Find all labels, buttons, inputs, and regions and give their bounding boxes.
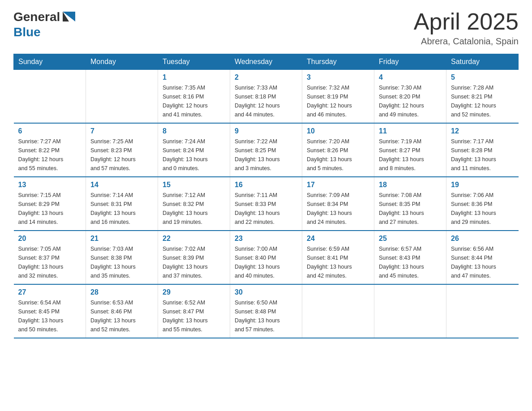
cell-w1-d4: 10Sunrise: 7:20 AM Sunset: 8:26 PM Dayli… — [302, 123, 374, 177]
cell-w4-d2: 29Sunrise: 6:52 AM Sunset: 8:47 PM Dayli… — [158, 284, 230, 338]
day-info: Sunrise: 7:30 AM Sunset: 8:20 PM Dayligh… — [379, 83, 442, 119]
cell-w4-d1: 28Sunrise: 6:53 AM Sunset: 8:46 PM Dayli… — [86, 284, 158, 338]
day-info: Sunrise: 7:20 AM Sunset: 8:26 PM Dayligh… — [307, 137, 369, 173]
week-row-4: 27Sunrise: 6:54 AM Sunset: 8:45 PM Dayli… — [14, 284, 519, 338]
day-number: 15 — [163, 181, 225, 189]
day-info: Sunrise: 7:24 AM Sunset: 8:24 PM Dayligh… — [163, 137, 225, 173]
cell-w0-d3: 2Sunrise: 7:33 AM Sunset: 8:18 PM Daylig… — [230, 70, 302, 124]
day-info: Sunrise: 7:25 AM Sunset: 8:23 PM Dayligh… — [90, 137, 153, 173]
cell-w0-d2: 1Sunrise: 7:35 AM Sunset: 8:16 PM Daylig… — [158, 70, 230, 124]
day-info: Sunrise: 7:17 AM Sunset: 8:28 PM Dayligh… — [451, 137, 514, 173]
cell-w4-d5 — [374, 284, 446, 338]
day-info: Sunrise: 7:28 AM Sunset: 8:21 PM Dayligh… — [451, 83, 514, 119]
day-info: Sunrise: 7:12 AM Sunset: 8:32 PM Dayligh… — [163, 191, 225, 227]
page-header: General Blue April 2025 Abrera, Cataloni… — [13, 9, 519, 47]
logo-text-blue: Blue — [13, 25, 41, 39]
cell-w3-d3: 23Sunrise: 7:00 AM Sunset: 8:40 PM Dayli… — [230, 231, 302, 284]
cell-w2-d0: 13Sunrise: 7:15 AM Sunset: 8:29 PM Dayli… — [14, 177, 86, 231]
day-info: Sunrise: 6:50 AM Sunset: 8:48 PM Dayligh… — [235, 298, 297, 334]
cell-w1-d5: 11Sunrise: 7:19 AM Sunset: 8:27 PM Dayli… — [374, 123, 446, 177]
cell-w0-d5: 4Sunrise: 7:30 AM Sunset: 8:20 PM Daylig… — [374, 70, 446, 124]
day-number: 4 — [379, 73, 442, 81]
header-wednesday: Wednesday — [230, 54, 302, 70]
day-number: 27 — [18, 288, 82, 296]
day-number: 9 — [235, 127, 297, 135]
day-info: Sunrise: 7:11 AM Sunset: 8:33 PM Dayligh… — [235, 191, 297, 227]
day-number: 16 — [235, 181, 297, 189]
day-number: 5 — [451, 73, 514, 81]
header-tuesday: Tuesday — [158, 54, 230, 70]
cell-w3-d4: 24Sunrise: 6:59 AM Sunset: 8:41 PM Dayli… — [302, 231, 374, 284]
day-number: 18 — [379, 181, 442, 189]
day-info: Sunrise: 7:03 AM Sunset: 8:38 PM Dayligh… — [90, 244, 153, 280]
header-row: Sunday Monday Tuesday Wednesday Thursday… — [14, 54, 519, 70]
header-monday: Monday — [86, 54, 158, 70]
day-info: Sunrise: 7:05 AM Sunset: 8:37 PM Dayligh… — [18, 244, 82, 280]
day-number: 23 — [235, 235, 297, 243]
cell-w2-d4: 17Sunrise: 7:09 AM Sunset: 8:34 PM Dayli… — [302, 177, 374, 231]
cell-w1-d0: 6Sunrise: 7:27 AM Sunset: 8:22 PM Daylig… — [14, 123, 86, 177]
day-number: 17 — [307, 181, 369, 189]
day-info: Sunrise: 6:54 AM Sunset: 8:45 PM Dayligh… — [18, 298, 82, 334]
day-number: 3 — [307, 73, 369, 81]
day-number: 14 — [90, 181, 153, 189]
cell-w4-d6 — [446, 284, 519, 338]
logo: General Blue — [13, 9, 78, 39]
cell-w4-d0: 27Sunrise: 6:54 AM Sunset: 8:45 PM Dayli… — [14, 284, 86, 338]
day-number: 10 — [307, 127, 369, 135]
day-info: Sunrise: 7:27 AM Sunset: 8:22 PM Dayligh… — [18, 137, 82, 173]
day-number: 8 — [163, 127, 225, 135]
calendar-header: Sunday Monday Tuesday Wednesday Thursday… — [14, 54, 519, 70]
day-info: Sunrise: 7:15 AM Sunset: 8:29 PM Dayligh… — [18, 191, 82, 227]
day-number: 28 — [90, 288, 153, 296]
day-number: 6 — [18, 127, 82, 135]
cell-w3-d1: 21Sunrise: 7:03 AM Sunset: 8:38 PM Dayli… — [86, 231, 158, 284]
day-number: 7 — [90, 127, 153, 135]
day-info: Sunrise: 7:19 AM Sunset: 8:27 PM Dayligh… — [379, 137, 442, 173]
week-row-1: 6Sunrise: 7:27 AM Sunset: 8:22 PM Daylig… — [14, 123, 519, 177]
cell-w3-d6: 26Sunrise: 6:56 AM Sunset: 8:44 PM Dayli… — [446, 231, 519, 284]
day-number: 25 — [379, 235, 442, 243]
day-number: 24 — [307, 235, 369, 243]
cell-w1-d2: 8Sunrise: 7:24 AM Sunset: 8:24 PM Daylig… — [158, 123, 230, 177]
cell-w0-d6: 5Sunrise: 7:28 AM Sunset: 8:21 PM Daylig… — [446, 70, 519, 124]
cell-w3-d5: 25Sunrise: 6:57 AM Sunset: 8:43 PM Dayli… — [374, 231, 446, 284]
day-number: 21 — [90, 235, 153, 243]
day-info: Sunrise: 7:02 AM Sunset: 8:39 PM Dayligh… — [163, 244, 225, 280]
day-number: 29 — [163, 288, 225, 296]
title-block: April 2025 Abrera, Catalonia, Spain — [414, 9, 519, 47]
calendar-table: Sunday Monday Tuesday Wednesday Thursday… — [13, 54, 519, 338]
cell-w1-d6: 12Sunrise: 7:17 AM Sunset: 8:28 PM Dayli… — [446, 123, 519, 177]
day-number: 11 — [379, 127, 442, 135]
day-number: 30 — [235, 288, 297, 296]
day-number: 20 — [18, 235, 82, 243]
day-info: Sunrise: 6:59 AM Sunset: 8:41 PM Dayligh… — [307, 244, 369, 280]
cell-w2-d1: 14Sunrise: 7:14 AM Sunset: 8:31 PM Dayli… — [86, 177, 158, 231]
cell-w1-d3: 9Sunrise: 7:22 AM Sunset: 8:25 PM Daylig… — [230, 123, 302, 177]
week-row-0: 1Sunrise: 7:35 AM Sunset: 8:16 PM Daylig… — [14, 70, 519, 124]
day-info: Sunrise: 7:06 AM Sunset: 8:36 PM Dayligh… — [451, 191, 514, 227]
week-row-2: 13Sunrise: 7:15 AM Sunset: 8:29 PM Dayli… — [14, 177, 519, 231]
day-number: 13 — [18, 181, 82, 189]
day-info: Sunrise: 6:52 AM Sunset: 8:47 PM Dayligh… — [163, 298, 225, 334]
cell-w0-d1 — [86, 70, 158, 124]
cell-w3-d2: 22Sunrise: 7:02 AM Sunset: 8:39 PM Dayli… — [158, 231, 230, 284]
cell-w0-d4: 3Sunrise: 7:32 AM Sunset: 8:19 PM Daylig… — [302, 70, 374, 124]
day-number: 22 — [163, 235, 225, 243]
logo-triangle-icon — [61, 9, 77, 25]
day-info: Sunrise: 7:00 AM Sunset: 8:40 PM Dayligh… — [235, 244, 297, 280]
header-friday: Friday — [374, 54, 446, 70]
day-info: Sunrise: 7:08 AM Sunset: 8:35 PM Dayligh… — [379, 191, 442, 227]
cell-w2-d3: 16Sunrise: 7:11 AM Sunset: 8:33 PM Dayli… — [230, 177, 302, 231]
cell-w2-d6: 19Sunrise: 7:06 AM Sunset: 8:36 PM Dayli… — [446, 177, 519, 231]
logo-text-general: General — [13, 10, 60, 24]
day-info: Sunrise: 7:33 AM Sunset: 8:18 PM Dayligh… — [235, 83, 297, 119]
day-number: 12 — [451, 127, 514, 135]
calendar-title: April 2025 — [414, 9, 519, 34]
cell-w1-d1: 7Sunrise: 7:25 AM Sunset: 8:23 PM Daylig… — [86, 123, 158, 177]
day-number: 2 — [235, 73, 297, 81]
header-saturday: Saturday — [446, 54, 519, 70]
cell-w2-d2: 15Sunrise: 7:12 AM Sunset: 8:32 PM Dayli… — [158, 177, 230, 231]
day-info: Sunrise: 6:57 AM Sunset: 8:43 PM Dayligh… — [379, 244, 442, 280]
cell-w0-d0 — [14, 70, 86, 124]
